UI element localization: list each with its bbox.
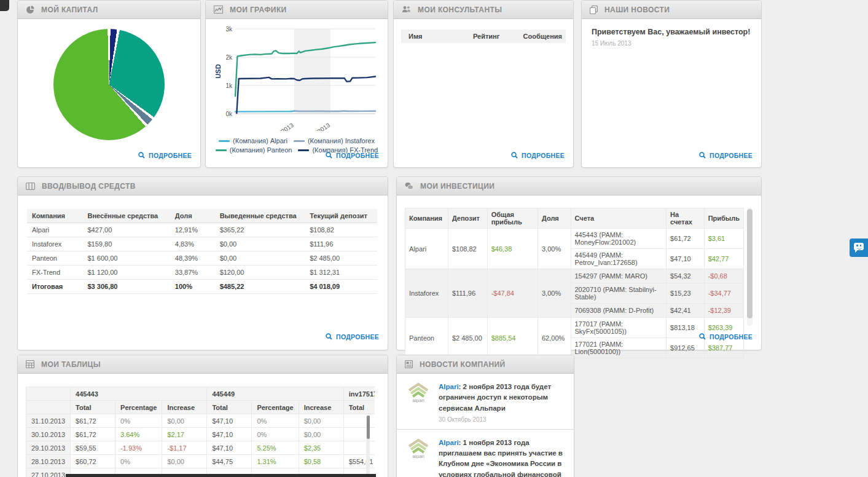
column-header: Total bbox=[207, 401, 252, 414]
tables-scrollbar-thumb[interactable] bbox=[367, 416, 370, 439]
pages-icon bbox=[590, 6, 598, 14]
value-cell: 3.64% bbox=[115, 428, 162, 441]
table-cell: $3 306,80 bbox=[82, 280, 170, 294]
panel-header: НАШИ НОВОСТИ bbox=[582, 1, 761, 19]
investments-scrollbar-track[interactable] bbox=[747, 208, 753, 326]
table-cell: $427,00 bbox=[82, 223, 170, 237]
column-header: Счета bbox=[571, 208, 667, 229]
column-header: Имя bbox=[401, 33, 473, 40]
table-cell: Panteon bbox=[27, 251, 82, 266]
table-cell: Instaforex bbox=[27, 237, 82, 251]
value-cell: 5.25% bbox=[252, 441, 299, 455]
table-subheader-row: TotalPercentageIncreaseTotalPercentageIn… bbox=[26, 401, 375, 414]
tables-scrollbar-track[interactable] bbox=[366, 416, 370, 475]
account-group-header: 445443 bbox=[71, 387, 207, 401]
column-header: Total bbox=[343, 401, 375, 414]
investments-details-link[interactable]: ПОДРОБНЕЕ bbox=[699, 331, 753, 342]
corner-cell bbox=[26, 387, 71, 401]
legend-item: (Компания) Panteon bbox=[216, 146, 292, 154]
column-header: Доля bbox=[170, 209, 215, 223]
column-header: Общая прибыль bbox=[487, 208, 538, 229]
magnifier-icon bbox=[699, 150, 706, 161]
column-header: Percentage bbox=[115, 401, 162, 414]
balance-cell: $47,10 bbox=[667, 249, 705, 269]
panel-title: МОИ ГРАФИКИ bbox=[230, 6, 287, 14]
consultants-table-header: Имя Рейтинг Сообщения bbox=[401, 30, 566, 43]
our-news-details-link[interactable]: ПОДРОБНЕЕ bbox=[699, 150, 753, 161]
value-cell: $47,10 bbox=[207, 441, 252, 455]
panel-title: МОИ КОНСУЛЬТАНТЫ bbox=[418, 6, 502, 14]
table-row: Alpari$108,82$46,383,00%445443 (PAMM: Mo… bbox=[405, 229, 744, 249]
account-group-header: inv175170 bbox=[343, 387, 375, 401]
company-news-date: 30 Октябрь 2013 bbox=[439, 416, 565, 423]
account-group-header: 445449 bbox=[207, 387, 343, 401]
account-cell: 7069308 (PAMM: D-Profit) bbox=[571, 304, 667, 318]
company-news-list: alpariAlpari: 2 ноября 2013 года будет о… bbox=[397, 374, 574, 477]
table-row: 29.10.2013$59,55-1.93%-$1,17$47,105.25%$… bbox=[26, 441, 375, 455]
value-cell: $2,17 bbox=[162, 428, 207, 441]
company-news-item[interactable]: alpariAlpari: 2 ноября 2013 года будет о… bbox=[397, 374, 574, 430]
company-cell: Alpari bbox=[405, 229, 448, 269]
table-row: 30.10.2013$61,723.64%$2,17$47,100%$0,00 bbox=[26, 428, 375, 441]
value-cell: 0% bbox=[115, 455, 162, 468]
table-header-row: КомпанияВнесённые средстваДоляВыведенные… bbox=[27, 209, 377, 223]
account-cell: 177021 (PAMM: Lion(5000100)) bbox=[571, 338, 667, 358]
details-label: ПОДРОБНЕЕ bbox=[336, 333, 379, 341]
legend-swatch bbox=[216, 149, 227, 151]
value-cell: $0,00 bbox=[162, 455, 207, 468]
column-header: Выведенные средства bbox=[215, 209, 305, 223]
table-cell: $1 600,00 bbox=[82, 251, 170, 266]
table-cell: 4,83% bbox=[170, 237, 215, 251]
panel-title: МОЙ КАПИТАЛ bbox=[41, 6, 98, 14]
io-details-link[interactable]: ПОДРОБНЕЕ bbox=[326, 331, 379, 342]
value-cell: $61,72 bbox=[71, 414, 115, 428]
chat-feedback-tab[interactable] bbox=[850, 238, 868, 257]
panel-title: МОИ ИНВЕСТИЦИИ bbox=[420, 182, 495, 191]
company-news-title[interactable]: Alpari: 1 ноября 2013 года приглашаем ва… bbox=[439, 438, 565, 477]
consultants-details-link[interactable]: ПОДРОБНЕЕ bbox=[511, 150, 565, 161]
capital-details-link[interactable]: ПОДРОБНЕЕ bbox=[138, 150, 192, 161]
panel-header: НОВОСТИ КОМПАНИЙ bbox=[397, 355, 574, 374]
details-label: ПОДРОБНЕЕ bbox=[336, 152, 379, 159]
people-icon bbox=[402, 6, 411, 14]
value-cell: $0,00 bbox=[299, 428, 343, 441]
table-row: Instaforex$159,804,83%$0,00$111,96 bbox=[27, 237, 377, 251]
total-profit-cell: -$47,84 bbox=[487, 269, 538, 318]
svg-text:alpari: alpari bbox=[412, 398, 424, 403]
account-cell: 154297 (PAMM: MARO) bbox=[571, 269, 667, 283]
value-cell: $2,35 bbox=[299, 441, 343, 455]
svg-text:alpari: alpari bbox=[412, 454, 424, 459]
balance-cell: $912,65 bbox=[667, 338, 705, 358]
share-cell: 3,00% bbox=[538, 269, 571, 318]
charts-details-link[interactable]: ПОДРОБНЕЕ bbox=[326, 150, 379, 161]
panel-my-investments: МОИ ИНВЕСТИЦИИ КомпанияДепозитОбщая приб… bbox=[396, 176, 762, 350]
column-header: Доля bbox=[538, 208, 571, 229]
table-row: FX-Trend$1 120,0033,87%$120,00$1 312,31 bbox=[27, 266, 377, 280]
date-cell: 30.10.2013 bbox=[26, 428, 71, 441]
total-profit-cell: $885,54 bbox=[487, 318, 538, 358]
investments-scrollbar-thumb[interactable] bbox=[747, 209, 753, 318]
company-news-item[interactable]: alpariAlpari: 1 ноября 2013 года приглаш… bbox=[397, 430, 574, 477]
company-news-title[interactable]: Alpari: 2 ноября 2013 года будет огранич… bbox=[439, 382, 565, 414]
magnifier-icon bbox=[326, 150, 332, 161]
svg-text:2k: 2k bbox=[225, 54, 233, 61]
company-news-source-link[interactable]: Alpari bbox=[439, 439, 459, 446]
value-cell bbox=[343, 414, 375, 428]
accounts-history-table: 445443445449inv175170TotalPercentageIncr… bbox=[26, 387, 375, 477]
svg-text:1k: 1k bbox=[225, 82, 233, 89]
share-cell: 3,00% bbox=[538, 229, 571, 269]
company-news-source-link[interactable]: Alpari bbox=[439, 383, 459, 390]
legend-item: (Компания) Alpari bbox=[219, 137, 287, 144]
balance-cell: $813,18 bbox=[667, 318, 705, 338]
tables-horizontal-scrollbar[interactable] bbox=[66, 474, 376, 477]
newspaper-icon bbox=[405, 360, 413, 368]
legend-label: (Компания) Panteon bbox=[230, 146, 292, 154]
value-cell: -$1,17 bbox=[162, 441, 207, 455]
details-label: ПОДРОБНЕЕ bbox=[149, 152, 192, 159]
table-header-row: КомпанияДепозитОбщая прибыльДоляСчетаНа … bbox=[405, 208, 744, 229]
balance-cell: $54,32 bbox=[667, 269, 705, 283]
wallet-icon bbox=[26, 183, 35, 190]
chat-smiley-icon bbox=[854, 243, 864, 250]
value-cell bbox=[343, 428, 375, 441]
value-cell: 0% bbox=[115, 414, 162, 428]
